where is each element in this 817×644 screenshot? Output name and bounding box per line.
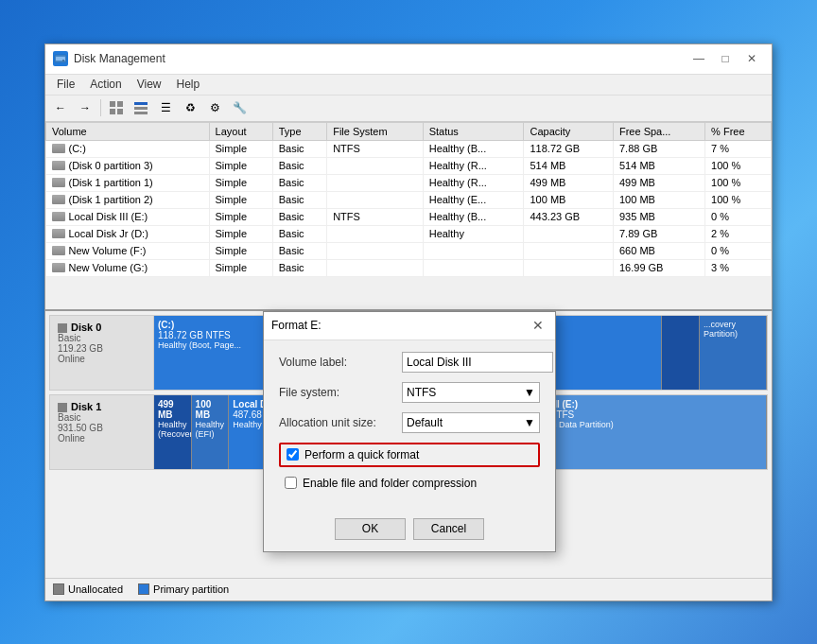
format-dialog: Format E: ✕ Volume label: File system: N…	[263, 311, 556, 552]
disk-management-window: Disk Management — □ ✕ File Action View H…	[44, 44, 773, 601]
back-button[interactable]: ←	[49, 97, 72, 118]
quick-format-label: Perform a quick format	[304, 448, 419, 461]
dialog-body: Volume label: File system: NTFS ▼ Alloca…	[264, 340, 555, 511]
svg-rect-6	[117, 109, 123, 114]
menu-file[interactable]: File	[49, 76, 82, 93]
compression-label: Enable file and folder compression	[303, 477, 477, 490]
svg-point-2	[62, 60, 64, 61]
compression-row: Enable file and folder compression	[279, 473, 540, 494]
file-system-row: File system: NTFS ▼	[279, 382, 540, 403]
dialog-overlay: Format E: ✕ Volume label: File system: N…	[45, 122, 772, 600]
dialog-buttons: OK Cancel	[264, 511, 555, 551]
maximize-button[interactable]: □	[713, 48, 738, 69]
title-bar-left: Disk Management	[53, 51, 165, 66]
allocation-unit-label: Allocation unit size:	[279, 416, 402, 429]
allocation-unit-chevron: ▼	[524, 416, 535, 429]
svg-rect-4	[117, 101, 123, 107]
file-system-label: File system:	[279, 386, 402, 399]
cancel-button[interactable]: Cancel	[413, 518, 484, 540]
dialog-title-bar: Format E: ✕	[264, 312, 555, 340]
quick-format-row: Perform a quick format	[279, 443, 540, 467]
window-inner: Volume Layout Type File System Status Ca…	[45, 122, 772, 600]
svg-rect-7	[134, 102, 148, 105]
svg-rect-9	[134, 112, 148, 114]
menu-help[interactable]: Help	[169, 76, 208, 93]
allocation-unit-value: Default	[407, 416, 443, 429]
allocation-unit-select[interactable]: Default ▼	[402, 412, 540, 433]
quick-format-checkbox[interactable]	[287, 448, 299, 461]
toolbar-btn-1[interactable]	[105, 97, 128, 118]
ok-button[interactable]: OK	[335, 518, 406, 540]
title-controls: — □ ✕	[687, 48, 764, 69]
toolbar-btn-5[interactable]: ⚙	[203, 97, 226, 118]
window-title: Disk Management	[74, 52, 165, 65]
minimize-button[interactable]: —	[687, 48, 711, 69]
toolbar: ← → ☰ ♻ ⚙ 🔧	[45, 96, 772, 122]
file-system-value: NTFS	[407, 386, 436, 399]
volume-label-row: Volume label:	[279, 352, 540, 373]
file-system-select[interactable]: NTFS ▼	[402, 382, 540, 403]
svg-rect-3	[110, 101, 115, 107]
title-bar: Disk Management — □ ✕	[45, 44, 772, 75]
toolbar-separator-1	[100, 99, 101, 116]
menu-action[interactable]: Action	[82, 76, 129, 93]
close-button[interactable]: ✕	[739, 48, 764, 69]
app-icon	[53, 51, 68, 66]
menu-bar: File Action View Help	[45, 75, 772, 96]
dialog-title-text: Format E:	[271, 319, 322, 332]
dialog-close-button[interactable]: ✕	[529, 316, 548, 335]
svg-rect-5	[110, 109, 115, 114]
toolbar-btn-3[interactable]: ☰	[154, 97, 177, 118]
forward-button[interactable]: →	[74, 97, 96, 118]
allocation-unit-row: Allocation unit size: Default ▼	[279, 412, 540, 433]
toolbar-btn-4[interactable]: ♻	[179, 97, 201, 118]
toolbar-btn-6[interactable]: 🔧	[228, 97, 251, 118]
toolbar-btn-2[interactable]	[130, 97, 152, 118]
volume-label-label: Volume label:	[279, 356, 402, 369]
file-system-chevron: ▼	[524, 386, 535, 399]
svg-rect-8	[134, 107, 148, 110]
compression-checkbox[interactable]	[285, 477, 297, 489]
volume-label-input[interactable]	[402, 352, 553, 373]
menu-view[interactable]: View	[130, 76, 169, 93]
